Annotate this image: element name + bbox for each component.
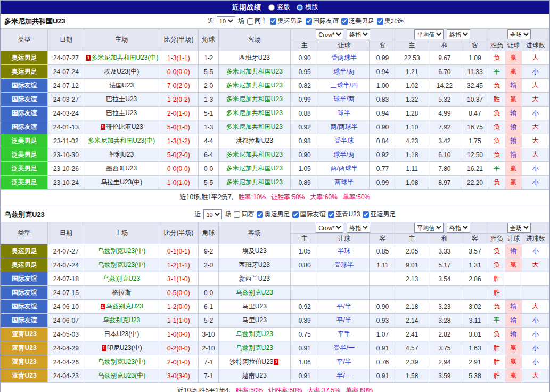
league-checkbox-input[interactable]: [341, 18, 348, 24]
average-kind-select[interactable]: 终指: [447, 223, 470, 233]
match-row: 奥运男足24-07-27乌兹别克U23(中)0-1(0-1)9-2埃及U231.…: [1, 244, 549, 258]
league-filter-checkbox[interactable]: 国际友谊: [292, 210, 325, 219]
scope-select[interactable]: 全场: [507, 223, 531, 233]
team-link[interactable]: 哥伦比亚U23: [106, 123, 143, 130]
league-type-cell: 国际友谊: [1, 93, 48, 107]
team-link[interactable]: 多米尼加共和国U23: [226, 68, 283, 75]
team-link[interactable]: 日本U23(中): [104, 330, 139, 338]
team-link[interactable]: 西班牙U23: [239, 261, 270, 268]
average-kind-select[interactable]: 终指: [447, 29, 470, 39]
league-checkbox-input[interactable]: [306, 18, 312, 24]
col-corner-header: 角球: [199, 222, 219, 244]
match-date-cell: 24-03-24: [48, 107, 84, 120]
odds-home-cell: 0.91: [290, 341, 319, 355]
team-link[interactable]: 乌兹别克U23: [103, 275, 140, 282]
odds-kind-select[interactable]: 终指: [347, 223, 370, 233]
avg-home-cell: 4.57: [396, 341, 428, 355]
team-link[interactable]: 多米尼加共和国U23: [226, 81, 283, 89]
team-link[interactable]: 多米尼加共和国U23: [226, 151, 283, 158]
avg-home-cell: 1.02: [396, 79, 428, 93]
league-filter-checkbox[interactable]: 奥运男足: [270, 17, 303, 26]
team-link[interactable]: 乌兹别克U23(中): [97, 358, 145, 365]
team-link[interactable]: 埃及U23(中): [104, 68, 139, 75]
team-link[interactable]: 印尼U23(中): [107, 344, 142, 352]
average-source-select[interactable]: 平均值: [414, 223, 444, 233]
team-link[interactable]: 法国U23: [109, 81, 134, 89]
layout-horizontal-radio[interactable]: [297, 4, 303, 11]
same-checkbox-input[interactable]: [247, 18, 253, 24]
team-link[interactable]: 乌兹别克U23: [106, 303, 143, 310]
team-link[interactable]: 乌兹别克U23(中): [97, 261, 145, 268]
league-checkbox-input[interactable]: [377, 18, 383, 24]
team-link[interactable]: 多米尼加共和国U23: [226, 178, 283, 186]
odds-source-select[interactable]: Crow*: [316, 29, 343, 39]
col-corner-header: 角球: [199, 29, 219, 51]
team-link[interactable]: 巴拉圭U23: [106, 95, 137, 103]
scope-select[interactable]: 全场: [507, 29, 531, 39]
team-link[interactable]: 洪都拉斯U23: [236, 137, 273, 144]
team-link[interactable]: 西班牙U23: [239, 54, 270, 61]
team-link[interactable]: 乌兹别克U23: [236, 330, 273, 338]
same-filter-checkbox[interactable]: 同主: [247, 17, 267, 26]
avg-draw-cell: [428, 286, 461, 300]
league-filter-checkbox[interactable]: 泛美男足: [341, 17, 374, 26]
match-count-select[interactable]: 10: [217, 16, 235, 26]
team-link[interactable]: 埃及U23: [242, 247, 267, 255]
team-link[interactable]: 乌兹别克U23: [236, 344, 273, 352]
odds-handicap-cell: 受半/一: [319, 341, 369, 355]
match-date-cell: 24-04-26: [48, 355, 84, 369]
team-link[interactable]: 乌拉圭U23(中): [101, 178, 142, 186]
league-checkbox-input[interactable]: [328, 211, 334, 218]
team-link[interactable]: 多米尼加共和国U23(中): [91, 54, 158, 61]
team-link[interactable]: 墨西哥U23: [106, 165, 137, 172]
league-filter-checkbox[interactable]: 奥北选: [377, 17, 404, 26]
team-link[interactable]: 沙特阿拉伯U23: [229, 358, 273, 365]
avg-home-cell: 2.41: [396, 328, 428, 341]
score-cell: 0-5(0-0): [159, 286, 198, 300]
team-link[interactable]: 多米尼加共和国U23: [226, 95, 283, 103]
league-checkbox-input[interactable]: [292, 211, 299, 218]
league-checkbox-input[interactable]: [363, 211, 369, 218]
avg-home-cell: 22.53: [396, 51, 428, 65]
league-filter-checkbox[interactable]: 亚运男足: [363, 210, 396, 219]
team-link[interactable]: 越南U23: [242, 372, 267, 379]
average-source-select[interactable]: 平均值: [414, 29, 444, 39]
league-filter-checkbox[interactable]: 奥运男足: [257, 210, 290, 219]
team-link[interactable]: 乌兹别克U23: [103, 316, 140, 324]
team-link[interactable]: 多米尼加共和国U23(中): [88, 137, 155, 144]
match-count-select[interactable]: 10: [203, 209, 222, 219]
team-link[interactable]: 多米尼加共和国U23: [226, 165, 283, 172]
avg-draw-cell: 4.99: [428, 107, 461, 120]
team-link[interactable]: 新西兰U23: [239, 275, 270, 282]
team-link[interactable]: 乌兹别克U23(中): [97, 372, 145, 379]
team-link[interactable]: 马里U23: [242, 316, 267, 324]
match-row: 国际友谊24-03-24巴拉圭U232-0(1-0)5-1多米尼加共和国U230…: [1, 107, 549, 120]
team-link[interactable]: 巴拉圭U23: [106, 109, 137, 117]
layout-vertical-radio[interactable]: [268, 4, 275, 11]
league-checkbox-input[interactable]: [270, 18, 276, 24]
layout-vertical-option[interactable]: 竖版: [268, 3, 290, 12]
avg-away-cell: 32.45: [461, 79, 489, 93]
score-cell: 1-0(1-0): [159, 176, 198, 190]
same-checkbox-input[interactable]: [234, 211, 240, 218]
away-team-cell: 洪都拉斯U23: [219, 134, 290, 148]
odds-source-select[interactable]: Crow*: [316, 223, 343, 233]
league-filter-checkbox[interactable]: 亚青U23: [328, 210, 360, 219]
goals-result-cell: 小: [522, 107, 549, 120]
near-label: 近: [194, 210, 201, 219]
near-label: 近: [208, 17, 214, 26]
match-row: 奥运男足24-07-24乌兹别克U23(中)1-2(1-1)2-0西班牙U230…: [1, 258, 549, 272]
same-filter-checkbox[interactable]: 同赛: [234, 210, 254, 219]
league-filter-checkbox[interactable]: 国际友谊: [306, 17, 339, 26]
team-link[interactable]: 乌兹别克U23(中): [97, 247, 145, 255]
team-link[interactable]: 马里U23: [242, 303, 267, 310]
team-link[interactable]: 智利U23: [109, 151, 134, 158]
league-checkbox-input[interactable]: [257, 211, 263, 218]
team-link[interactable]: 乌兹别克U23: [236, 289, 273, 296]
odds-kind-select[interactable]: 终指: [347, 29, 370, 39]
score-cell: 1-0(0-0): [159, 328, 198, 341]
team-link[interactable]: 多米尼加共和国U23: [226, 123, 283, 130]
team-link[interactable]: 格拉斯: [112, 289, 131, 296]
team-link[interactable]: 多米尼加共和国U23: [226, 109, 283, 117]
layout-horizontal-option[interactable]: 横版: [297, 3, 318, 12]
